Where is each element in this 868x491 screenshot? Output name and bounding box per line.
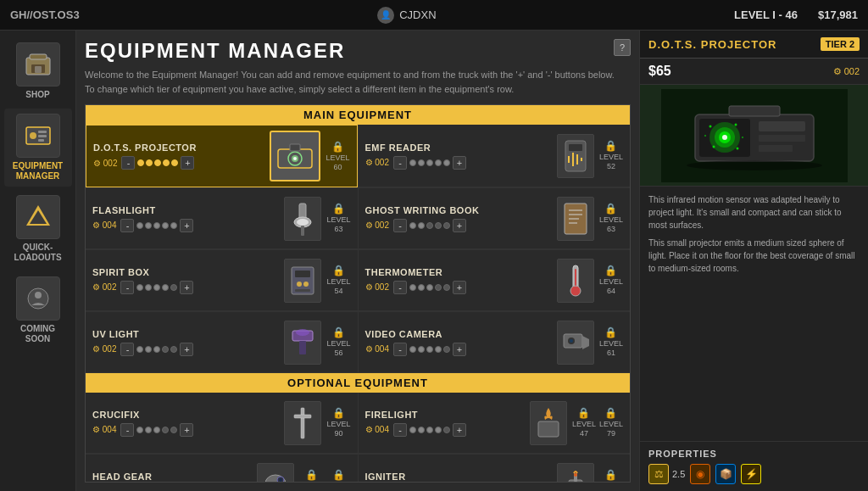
sidebar-item-coming-soon-label: Coming Soon <box>8 324 69 344</box>
increment-emf[interactable]: + <box>453 156 466 170</box>
dot-row-gwb <box>409 222 450 229</box>
crucifix-lock: 🔒 LEVEL90 <box>326 407 350 438</box>
optional-equipment-grid: CRUCIFIX ⚙ 004 - + <box>86 393 630 483</box>
sidebar-item-loadouts[interactable]: Quick-Loadouts <box>4 190 72 268</box>
decrement-gwb[interactable]: - <box>393 219 407 232</box>
equip-row-vcam[interactable]: VIDEO CAMERA ⚙ 004 - + <box>359 312 631 373</box>
vcam-lock: 🔒 LEVEL61 <box>599 326 623 358</box>
increment-flashlight[interactable]: + <box>180 219 193 232</box>
equip-row-flashlight[interactable]: FLASHLIGHT ⚙ 004 - + <box>86 188 358 249</box>
equip-controls-emf: ⚙ 002 - + <box>365 156 552 170</box>
optional-equipment-header: OPTIONAL EQUIPMENT <box>86 373 630 393</box>
equip-row-headgear[interactable]: HEAD GEAR ⚙ 004 - + <box>86 455 358 483</box>
decrement-spiritbox[interactable]: - <box>120 281 134 294</box>
equip-row-spiritbox[interactable]: SPIRIT BOX ⚙ 002 - + <box>86 250 358 311</box>
equip-name-dots: D.O.T.S. PROJECTOR <box>93 142 264 153</box>
vcam-thumb <box>557 321 594 365</box>
avatar-icon: 👤 <box>377 7 394 24</box>
item-image <box>640 85 868 187</box>
prop-item2: ◉ <box>690 464 710 484</box>
sidebar: Shop Equipment Manager Quic <box>0 31 76 491</box>
dot2 <box>146 159 153 166</box>
decrement-firelight[interactable]: - <box>393 423 407 437</box>
lock-level-crucifix: LEVEL90 <box>326 420 350 438</box>
lightning-prop-icon: ⚡ <box>741 464 761 484</box>
headgear-lock1: 🔒 LEVEL49 <box>299 469 323 483</box>
sidebar-item-shop-label: Shop <box>25 90 49 100</box>
equip-count-dots: ⚙ 002 <box>93 159 117 168</box>
lock-icon-dots: 🔒 <box>331 141 344 153</box>
equip-row-firelight[interactable]: FIRELIGHT ⚙ 004 - + <box>359 393 631 454</box>
decrement-flashlight[interactable]: - <box>120 219 134 232</box>
firelight-thumb <box>530 401 567 445</box>
decrement-crucifix[interactable]: - <box>120 423 134 437</box>
equip-row-igniter[interactable]: IGNITER ⚙ 004 - + <box>359 455 631 483</box>
lock-icon-flashlight: 🔒 <box>332 203 345 215</box>
equip-count-emf: ⚙ 002 <box>365 158 389 167</box>
dot-row-crucifix <box>136 427 177 433</box>
level-display: LEVEL I - 46 <box>734 8 798 21</box>
equip-count-vcam: ⚙ 004 <box>365 344 389 354</box>
equip-row-gwb[interactable]: GHOST WRITING BOOK ⚙ 002 - + <box>359 188 631 249</box>
increment-thermo[interactable]: + <box>453 281 466 294</box>
equip-count-spiritbox: ⚙ 002 <box>92 282 116 292</box>
equip-row-uv[interactable]: UV LIGHT ⚙ 002 - + <box>86 312 358 373</box>
decrement-emf[interactable]: - <box>393 156 407 170</box>
equip-name-spiritbox: SPIRIT BOX <box>92 267 279 277</box>
increment-uv[interactable]: + <box>180 343 193 356</box>
equip-name-crucifix: CRUCIFIX <box>92 410 279 420</box>
dot-row-dots <box>137 159 178 166</box>
username: CJDXN <box>399 8 436 21</box>
dot-row-spiritbox <box>136 284 177 291</box>
equip-controls-vcam: ⚙ 004 - + <box>365 343 552 356</box>
equip-info-thermo: THERMOMETER ⚙ 002 - + <box>365 267 552 294</box>
dot-row-vcam <box>409 346 450 353</box>
dot-row-firelight <box>409 427 450 433</box>
increment-crucifix[interactable]: + <box>180 423 193 437</box>
sidebar-item-equipment[interactable]: Equipment Manager <box>4 109 72 187</box>
intro-line1: Welcome to the Equipment Manager! You ca… <box>85 68 631 82</box>
decrement-thermo[interactable]: - <box>393 281 407 294</box>
equip-row-emf[interactable]: EMF READER ⚙ 002 - + <box>359 125 631 187</box>
svg-rect-1 <box>30 54 47 59</box>
decrement-uv[interactable]: - <box>120 343 134 356</box>
svg-rect-17 <box>290 144 300 151</box>
increment-spiritbox[interactable]: + <box>180 281 193 294</box>
sidebar-item-coming-soon[interactable]: Coming Soon <box>4 271 72 349</box>
sidebar-item-equipment-label: Equipment Manager <box>8 161 69 181</box>
equip-name-thermo: THERMOMETER <box>365 267 552 277</box>
equip-name-gwb: GHOST WRITING BOOK <box>365 205 552 215</box>
increment-dots[interactable]: + <box>181 156 194 170</box>
increment-firelight[interactable]: + <box>453 423 466 437</box>
equip-row-thermo[interactable]: THERMOMETER ⚙ 002 - + <box>359 250 631 311</box>
equip-row-crucifix[interactable]: CRUCIFIX ⚙ 004 - + <box>86 393 358 454</box>
dot-row-emf <box>409 159 450 166</box>
svg-point-12 <box>35 292 42 299</box>
lock-icon-headgear2: 🔒 <box>332 469 345 481</box>
crucifix-thumb <box>284 401 321 445</box>
headgear-lock2: 🔒 LEVEL82 <box>326 469 350 483</box>
increment-vcam[interactable]: + <box>453 343 466 356</box>
equip-row-dots[interactable]: D.O.T.S. PROJECTOR ⚙ 002 - + <box>86 125 358 187</box>
svg-point-47 <box>570 339 573 343</box>
sidebar-item-shop[interactable]: Shop <box>4 37 72 105</box>
svg-point-43 <box>296 329 309 336</box>
lock-icon-emf: 🔒 <box>604 140 617 152</box>
decrement-vcam[interactable]: - <box>393 343 407 356</box>
page-title: EQUIPMENT MANAGER <box>85 39 345 63</box>
dots-projector-image <box>661 89 848 182</box>
svg-point-39 <box>570 286 581 296</box>
decrement-dots[interactable]: - <box>121 156 135 170</box>
help-button[interactable]: ? <box>614 39 631 56</box>
svg-rect-37 <box>295 289 310 292</box>
main-equipment-grid: D.O.T.S. PROJECTOR ⚙ 002 - + <box>86 125 630 373</box>
top-bar-right: LEVEL I - 46 $17,981 <box>734 8 858 21</box>
increment-gwb[interactable]: + <box>453 219 466 232</box>
lock-level-gwb: LEVEL63 <box>599 215 623 234</box>
firelight-lock2: 🔒 LEVEL79 <box>599 407 623 438</box>
properties-section: PROPERTIES ⚖ 2.5 ◉ 📦 ⚡ <box>640 442 868 491</box>
svg-point-75 <box>687 160 822 170</box>
equip-info-emf: EMF READER ⚙ 002 - + <box>365 142 552 170</box>
dot-row-flashlight <box>136 222 177 229</box>
firelight-locks: 🔒 LEVEL47 🔒 LEVEL79 <box>572 407 623 438</box>
